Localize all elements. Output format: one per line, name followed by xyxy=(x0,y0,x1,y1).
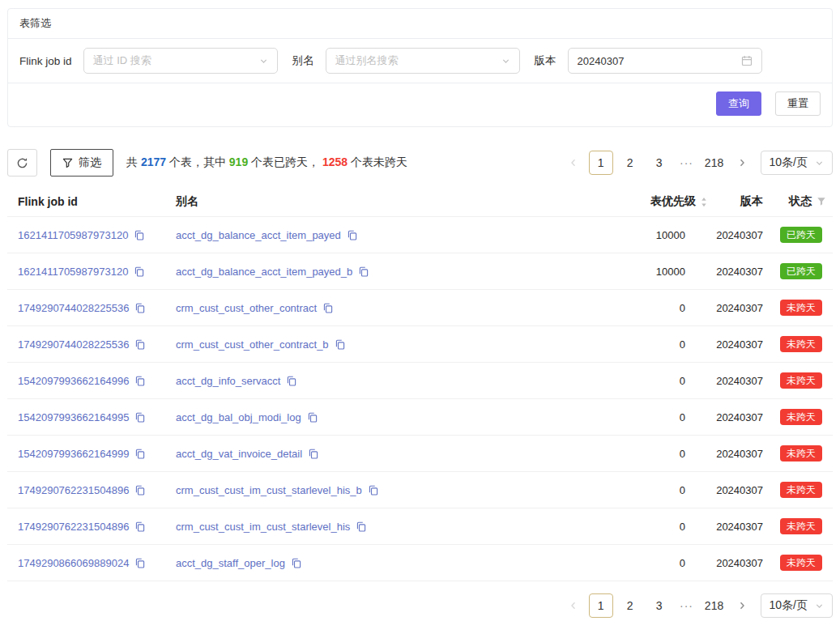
page-218-button[interactable]: 218 xyxy=(702,151,727,175)
version-cell: 20240307 xyxy=(708,375,766,387)
summary-uncrossed-count: 1258 xyxy=(322,155,348,168)
version-field: 版本 20240307 xyxy=(535,48,762,74)
chevron-down-icon xyxy=(259,57,268,66)
alias-link[interactable]: crm_cust_cust_im_cust_starlevel_his_b xyxy=(176,484,362,496)
version-date-input[interactable]: 20240307 xyxy=(568,48,762,74)
copy-icon[interactable] xyxy=(134,558,145,568)
status-cell: 已跨天 xyxy=(766,227,833,243)
page-3-button[interactable]: 3 xyxy=(647,151,672,175)
copy-icon[interactable] xyxy=(286,376,296,386)
summary-seg3: 个表未跨天 xyxy=(348,155,407,168)
copy-icon[interactable] xyxy=(134,521,145,532)
pagination-ellipsis: ··· xyxy=(676,599,697,612)
table-row: 1749290762231504896 crm_cust_cust_im_cus… xyxy=(7,508,833,545)
alias-link[interactable]: acct_dg_vat_invoice_detail xyxy=(176,448,302,460)
page-218-button[interactable]: 218 xyxy=(702,593,727,618)
job-id-link[interactable]: 1621411705987973120 xyxy=(18,266,128,278)
table-row: 1749290744028225536 crm_cust_cust_other_… xyxy=(7,326,833,363)
flink-job-id-field: Flink job id 通过 ID 搜索 xyxy=(19,48,278,74)
alias-link[interactable]: crm_cust_cust_other_contract xyxy=(176,302,317,314)
job-id-link[interactable]: 1749290762231504896 xyxy=(18,484,129,496)
page-size-select[interactable]: 10条/页 xyxy=(761,593,833,618)
table-row: 1542097993662164999 acct_dg_vat_invoice_… xyxy=(7,436,833,472)
copy-icon[interactable] xyxy=(291,558,301,568)
alias-cell: acct_dg_info_servacct xyxy=(166,375,523,387)
job-id-cell: 1749290762231504896 xyxy=(7,521,166,533)
version-cell: 20240307 xyxy=(708,411,766,423)
page-2-button[interactable]: 2 xyxy=(618,593,642,618)
column-header-version: 版本 xyxy=(708,194,766,209)
copy-icon[interactable] xyxy=(307,412,318,423)
alias-field: 别名 通过别名搜索 xyxy=(292,48,520,74)
copy-icon[interactable] xyxy=(134,376,145,386)
copy-icon[interactable] xyxy=(134,303,145,313)
pagination-top: 123···21810条/页 xyxy=(563,151,833,175)
job-id-link[interactable]: 1749290866069889024 xyxy=(18,557,129,569)
copy-icon[interactable] xyxy=(347,230,357,240)
alias-select[interactable]: 通过别名搜索 xyxy=(326,48,520,74)
page-size-select[interactable]: 10条/页 xyxy=(761,151,833,175)
app: { "colors": { "accent": "#7265e6", "link… xyxy=(0,0,840,621)
page-1-button[interactable]: 1 xyxy=(589,151,613,175)
copy-icon[interactable] xyxy=(335,339,345,350)
prev-page-button[interactable] xyxy=(563,151,584,175)
query-button[interactable]: 查询 xyxy=(716,91,761,116)
page-1-button[interactable]: 1 xyxy=(589,593,613,618)
page-2-button[interactable]: 2 xyxy=(618,151,642,175)
status-cell: 未跨天 xyxy=(766,555,833,571)
status-cell: 未跨天 xyxy=(766,445,833,461)
alias-link[interactable]: acct_dg_info_servacct xyxy=(176,375,280,387)
table-row: 1542097993662164996 acct_dg_info_servacc… xyxy=(7,363,833,399)
column-header-alias: 别名 xyxy=(166,194,523,209)
flink-job-id-label: Flink job id xyxy=(19,55,72,67)
column-header-priority[interactable]: 表优先级 xyxy=(523,194,708,209)
job-id-link[interactable]: 1542097993662164995 xyxy=(18,411,129,423)
alias-link[interactable]: acct_dg_staff_oper_log xyxy=(176,557,285,569)
copy-icon[interactable] xyxy=(356,521,366,532)
table-body: 1621411705987973120 acct_dg_balance_acct… xyxy=(7,217,833,581)
copy-icon[interactable] xyxy=(322,303,333,313)
column-header-status: 状态 xyxy=(766,194,833,209)
alias-link[interactable]: crm_cust_cust_im_cust_starlevel_his xyxy=(176,521,350,533)
copy-icon[interactable] xyxy=(134,339,145,350)
job-id-link[interactable]: 1749290744028225536 xyxy=(18,302,129,314)
alias-link[interactable]: acct_dg_balance_acct_item_payed xyxy=(176,229,341,241)
job-id-link[interactable]: 1749290762231504896 xyxy=(18,521,129,533)
refresh-button[interactable] xyxy=(7,149,37,177)
status-cell: 未跨天 xyxy=(766,336,833,352)
copy-icon[interactable] xyxy=(134,485,145,496)
summary-seg2: 个表已跨天， xyxy=(248,155,322,168)
priority-cell: 0 xyxy=(523,302,708,314)
copy-icon[interactable] xyxy=(368,485,378,496)
job-id-link[interactable]: 1542097993662164996 xyxy=(18,375,129,387)
copy-icon[interactable] xyxy=(134,412,145,423)
alias-cell: acct_dg_bal_obj_modi_log xyxy=(166,411,523,423)
toolbar: 筛选 共 2177 个表，其中 919 个表已跨天， 1258 个表未跨天 12… xyxy=(7,149,833,177)
flink-job-id-select[interactable]: 通过 ID 搜索 xyxy=(83,48,278,74)
copy-icon[interactable] xyxy=(358,266,369,277)
page-3-button[interactable]: 3 xyxy=(647,593,672,618)
pagination-ellipsis: ··· xyxy=(676,156,697,169)
status-badge: 未跨天 xyxy=(780,482,822,498)
sort-icon[interactable] xyxy=(700,196,708,208)
filter-button-label: 筛选 xyxy=(79,155,101,170)
alias-link[interactable]: crm_cust_cust_other_contract_b xyxy=(176,338,329,351)
next-page-button[interactable] xyxy=(731,593,753,618)
job-id-cell: 1621411705987973120 xyxy=(7,266,166,278)
copy-icon[interactable] xyxy=(134,230,144,240)
prev-page-button[interactable] xyxy=(563,593,584,618)
alias-link[interactable]: acct_dg_balance_acct_item_payed_b xyxy=(176,266,352,278)
alias-label: 别名 xyxy=(292,53,314,68)
alias-link[interactable]: acct_dg_bal_obj_modi_log xyxy=(176,411,301,423)
filter-icon[interactable] xyxy=(817,197,826,206)
copy-icon[interactable] xyxy=(134,449,145,459)
next-page-button[interactable] xyxy=(731,151,753,175)
job-id-link[interactable]: 1542097993662164999 xyxy=(18,448,129,460)
copy-icon[interactable] xyxy=(134,266,144,277)
copy-icon[interactable] xyxy=(308,449,318,459)
filter-button[interactable]: 筛选 xyxy=(50,149,113,177)
reset-button[interactable]: 重置 xyxy=(775,91,821,116)
job-id-link[interactable]: 1621411705987973120 xyxy=(18,229,128,241)
job-id-link[interactable]: 1749290744028225536 xyxy=(18,338,129,351)
priority-cell: 0 xyxy=(523,375,708,387)
